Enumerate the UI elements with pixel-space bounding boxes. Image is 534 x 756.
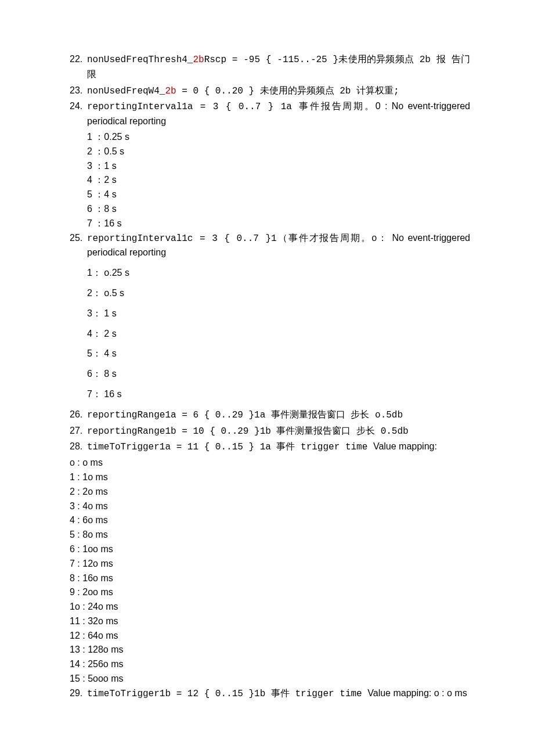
item-body: nonUsedFreqW4_2b = 0 { 0..20 } 未使用的异频频点 … — [87, 84, 470, 99]
param-name: timeToTrigger1a — [87, 442, 171, 452]
param-desc: = 10 { 0..29 }1b 事件测量报告窗口 步长 0.5db — [176, 426, 409, 437]
mapping-entry: 12 : 64o ms — [70, 629, 470, 643]
param-name: nonUsedFreqW4_ — [87, 86, 165, 96]
mapping-entry: 13 : 128o ms — [70, 643, 470, 657]
mapping-entry: 1： o.25 s — [87, 266, 470, 280]
item-number: 29. — [70, 686, 87, 701]
param-tail: Value mapping: — [373, 441, 437, 451]
mapping-entry: 3 ：1 s — [87, 159, 470, 174]
item-body: reportingRange1a = 6 { 0..29 }1a 事件测量报告窗… — [87, 408, 470, 423]
param-name: timeToTrigger1b — [87, 689, 171, 699]
param-name: reportingRange1a — [87, 410, 176, 420]
param-desc: = 3 { 0..7 } 1a 事件报告周期。 — [193, 102, 375, 112]
list-item: 25. reportingInterval1c = 3 { 0..7 }1（事件… — [70, 231, 470, 261]
mapping-entry: 9 : 2oo ms — [70, 585, 470, 600]
mapping-entry: 5 : 8o ms — [70, 528, 470, 542]
list-item: 24. reportingInterval1a = 3 { 0..7 } 1a … — [70, 99, 470, 129]
item-body: reportingInterval1a = 3 { 0..7 } 1a 事件报告… — [87, 99, 470, 129]
item-body: timeToTrigger1b = 12 { 0..15 }1b 事件 trig… — [87, 686, 470, 701]
param-name: reportingInterval1a — [87, 102, 193, 112]
list-item: 22. nonUsedFreqThresh4_2bRscp = -95 { -1… — [70, 52, 470, 82]
mapping-entry: 2： o.5 s — [87, 286, 470, 301]
mapping-entry: 4 : 6o ms — [70, 513, 470, 528]
mapping-entry: 7： 16 s — [87, 387, 470, 402]
item-number: 27. — [70, 424, 87, 439]
param-desc: = 6 { 0..29 }1a 事件测量报告窗口 步长 o.5db — [176, 410, 403, 420]
mapping-entry: 6 : 1oo ms — [70, 542, 470, 557]
item-body: reportingRange1b = 10 { 0..29 }1b 事件测量报告… — [87, 424, 470, 439]
mapping-entry: 7 ：16 s — [87, 217, 470, 231]
list-item: 26. reportingRange1a = 6 { 0..29 }1a 事件测… — [70, 408, 470, 423]
param-desc: = 12 { 0..15 }1b 事件 trigger time — [171, 689, 367, 699]
list-item: 23. nonUsedFreqW4_2b = 0 { 0..20 } 未使用的异… — [70, 84, 470, 99]
param-desc: = 0 { 0..20 } 未使用的异频频点 2b 计算权重; — [176, 86, 399, 96]
param-desc: = 11 { 0..15 } 1a 事件 trigger time — [171, 442, 373, 452]
list-item: 28. timeToTrigger1a = 11 { 0..15 } 1a 事件… — [70, 440, 470, 455]
mapping-entry: 4： 2 s — [87, 327, 470, 341]
document-page: 22. nonUsedFreqThresh4_2bRscp = -95 { -1… — [0, 0, 534, 749]
item-body: nonUsedFreqThresh4_2bRscp = -95 { -115..… — [87, 52, 470, 82]
mapping-entry: 7 : 12o ms — [70, 557, 470, 571]
item-number: 25. — [70, 231, 87, 261]
mapping-entry: o : o ms — [70, 456, 470, 470]
mapping-entry: 8 : 16o ms — [70, 571, 470, 586]
mapping-entry: 5： 4 s — [87, 347, 470, 361]
list-item: 29. timeToTrigger1b = 12 { 0..15 }1b 事件 … — [70, 686, 470, 701]
item-number: 24. — [70, 99, 87, 129]
value-mapping-list: o : o ms 1 : 1o ms 2 : 2o ms 3 : 4o ms 4… — [70, 456, 470, 686]
mapping-entry: 1o : 24o ms — [70, 600, 470, 614]
mapping-entry: 1 : 1o ms — [70, 470, 470, 485]
param-name: reportingRange1b — [87, 426, 176, 437]
param-name-highlight: 2b — [193, 55, 204, 65]
mapping-entry: 2 : 2o ms — [70, 485, 470, 499]
param-name: reportingInterval1c — [87, 233, 193, 244]
mapping-entry: 5 ：4 s — [87, 188, 470, 202]
mapping-entry: 11 : 32o ms — [70, 614, 470, 629]
mapping-entry: 6： 8 s — [87, 367, 470, 381]
list-item: 27. reportingRange1b = 10 { 0..29 }1b 事件… — [70, 424, 470, 439]
mapping-entry: 15 : 5ooo ms — [70, 672, 470, 686]
mapping-entry: 2 ：0.5 s — [87, 145, 470, 159]
param-tail: Value mapping: o : o ms — [367, 688, 467, 698]
item-number: 26. — [70, 408, 87, 423]
item-body: reportingInterval1c = 3 { 0..7 }1（事件才报告周… — [87, 231, 470, 261]
mapping-entry: 6 ：8 s — [87, 202, 470, 217]
mapping-entry: 3 : 4o ms — [70, 499, 470, 514]
mapping-entry: 14 : 256o ms — [70, 657, 470, 672]
mapping-entry: 4 ：2 s — [87, 173, 470, 188]
param-name: nonUsedFreqThresh4_ — [87, 55, 193, 65]
mapping-entry: 3： 1 s — [87, 307, 470, 321]
mapping-entry: 1 ：0.25 s — [87, 130, 470, 145]
item-number: 22. — [70, 52, 87, 82]
value-mapping-list: 1： o.25 s 2： o.5 s 3： 1 s 4： 2 s 5： 4 s … — [70, 266, 470, 402]
item-number: 23. — [70, 84, 87, 99]
item-number: 28. — [70, 440, 87, 455]
value-mapping-list: 1 ：0.25 s 2 ：0.5 s 3 ：1 s 4 ：2 s 5 ：4 s … — [70, 130, 470, 231]
param-name-highlight: 2b — [165, 86, 176, 96]
item-body: timeToTrigger1a = 11 { 0..15 } 1a 事件 tri… — [87, 440, 470, 455]
param-desc: = 3 { 0..7 }1（事件才报告周期。 — [193, 233, 371, 244]
